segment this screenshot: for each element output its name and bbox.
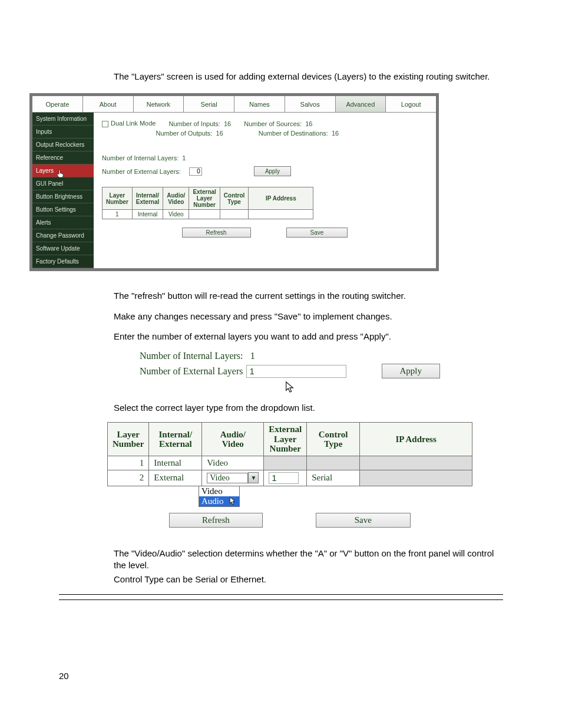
col-internal-external: Internal/ External: [132, 187, 163, 210]
col-ip-address: IP Address: [249, 187, 313, 210]
t2-r2-audio-video: Video ▼: [202, 470, 264, 486]
paragraph-control-type: Control Type can be Serial or Ethernet.: [114, 574, 503, 585]
tab-advanced[interactable]: Advanced: [336, 96, 386, 113]
paragraph-refresh: The "refresh" button will re-read the cu…: [114, 290, 503, 302]
t2-r1-control-type: [307, 456, 360, 470]
table-row: 2 External Video ▼ Serial: [108, 470, 472, 486]
content-area: Dual Link Mode Number of Inputs: 16 Numb…: [94, 113, 436, 268]
cell-external-layer-number: [189, 210, 220, 219]
cell-internal-external: Internal: [132, 210, 163, 219]
dual-link-mode-label: Dual Link Mode: [111, 120, 156, 127]
dropdown-option-audio[interactable]: Audio: [199, 496, 239, 506]
num-internal-layers-value: 1: [182, 154, 186, 162]
cu1-external-label: Number of External Layers: [140, 366, 243, 377]
sidebar-item-software-update[interactable]: Software Update: [32, 242, 94, 255]
dual-link-mode-checkbox[interactable]: [102, 121, 108, 127]
num-inputs-label: Number of Inputs:: [168, 120, 220, 127]
chevron-down-icon[interactable]: ▼: [248, 472, 259, 483]
cu1-apply-button[interactable]: Apply: [382, 364, 441, 378]
cursor-arrow-icon: [285, 381, 295, 394]
num-external-layers-label: Number of External Layers:: [102, 168, 181, 175]
save-button[interactable]: Save: [286, 228, 348, 238]
cell-control-type: [220, 210, 249, 219]
num-internal-layers-label: Number of Internal Layers:: [102, 154, 178, 162]
audio-video-dropdown[interactable]: Video Audio: [199, 486, 240, 507]
tab-network[interactable]: Network: [134, 96, 184, 113]
audio-video-select[interactable]: Video: [207, 473, 248, 483]
t2-r1-internal-external: Internal: [149, 456, 202, 470]
layers-screen: Operate About Network Serial Names Salvo…: [29, 93, 439, 271]
num-external-layers-input[interactable]: [189, 167, 202, 176]
t2-col-ip-address: IP Address: [360, 423, 472, 456]
tab-logout[interactable]: Logout: [386, 96, 436, 113]
t2-r2-layer-number: 2: [108, 470, 149, 486]
tab-bar: Operate About Network Serial Names Salvo…: [32, 96, 436, 113]
t2-col-audio-video: Audio/ Video: [202, 423, 264, 456]
cell-layer-number: 1: [103, 210, 133, 219]
sidebar-item-change-password[interactable]: Change Password: [32, 229, 94, 242]
t2-col-layer-number: Layer Number: [108, 423, 149, 456]
table-row: 1 Internal Video: [108, 456, 472, 470]
paragraph-video-audio: The "Video/Audio" selection determins wh…: [114, 548, 503, 572]
num-inputs-value: 16: [224, 120, 231, 127]
tab-names[interactable]: Names: [234, 96, 285, 113]
num-outputs-value: 16: [216, 130, 223, 137]
paragraph-apply: Enter the number of external layers you …: [114, 331, 503, 342]
page-number: 20: [59, 671, 503, 681]
t2-r2-external-layer-number: [264, 470, 307, 486]
cu1-internal-label: Number of Internal Layers:: [140, 351, 243, 361]
t2-r2-ip-address: [360, 470, 472, 486]
col-layer-number: Layer Number: [103, 187, 133, 210]
t2-col-external-layer-number: External Layer Number: [264, 423, 307, 456]
cu1-internal-value: 1: [250, 351, 255, 361]
t2-r1-audio-video: Video: [202, 456, 264, 470]
sidebar-item-label: Layers: [36, 167, 54, 174]
num-sources-label: Number of Sources:: [244, 120, 302, 127]
col-control-type: Control Type: [220, 187, 249, 210]
t2-r1-external-layer-number: [264, 456, 307, 470]
sidebar-item-inputs[interactable]: Inputs: [32, 126, 94, 139]
paragraph-save: Make any changes necessary and press "Sa…: [114, 311, 503, 322]
tab-about[interactable]: About: [83, 96, 134, 113]
sidebar-item-factory-defaults[interactable]: Factory Defaults: [32, 255, 94, 268]
sidebar-item-button-brightness[interactable]: Button Brightness: [32, 190, 94, 203]
apply-button[interactable]: Apply: [254, 166, 291, 176]
intro-paragraph: The "Layers" screen is used for adding e…: [114, 71, 503, 83]
t2-refresh-button[interactable]: Refresh: [169, 513, 263, 528]
tab-serial[interactable]: Serial: [184, 96, 234, 113]
num-destinations-label: Number of Destinations:: [259, 130, 328, 137]
sidebar-item-alerts[interactable]: Alerts: [32, 216, 94, 229]
num-destinations-value: 16: [332, 130, 339, 137]
num-sources-value: 16: [305, 120, 312, 127]
cell-audio-video: Video: [163, 210, 189, 219]
paragraph-select-layer-type: Select the correct layer type from the d…: [114, 402, 503, 414]
tab-operate[interactable]: Operate: [32, 96, 83, 113]
sidebar-item-system-information[interactable]: System Information: [32, 113, 94, 126]
divider: [59, 594, 503, 595]
col-audio-video: Audio/ Video: [163, 187, 189, 210]
dropdown-option-audio-label: Audio: [201, 496, 224, 506]
dropdown-option-video[interactable]: Video: [199, 486, 239, 496]
layers-table: Layer Number Internal/ External Audio/ V…: [102, 187, 313, 219]
closeup-layer-table: Layer Number Internal/ External Audio/ V…: [107, 422, 472, 528]
sidebar-item-output-reclockers[interactable]: Output Reclockers: [32, 139, 94, 151]
refresh-button[interactable]: Refresh: [182, 228, 251, 238]
t2-r1-ip-address: [360, 456, 472, 470]
sidebar-item-layers[interactable]: Layers: [32, 164, 94, 177]
tab-salvos[interactable]: Salvos: [285, 96, 336, 113]
sidebar-item-gui-panel[interactable]: GUI Panel: [32, 177, 94, 190]
divider: [59, 599, 503, 600]
external-layer-number-input[interactable]: [269, 472, 298, 484]
table-row: 1 Internal Video: [103, 210, 313, 219]
t2-col-internal-external: Internal/ External: [149, 423, 202, 456]
sidebar-item-button-settings[interactable]: Button Settings: [32, 203, 94, 216]
num-outputs-label: Number of Outputs:: [156, 130, 212, 137]
cu1-external-input[interactable]: [246, 365, 346, 378]
t2-col-control-type: Control Type: [307, 423, 360, 456]
col-external-layer-number: External Layer Number: [189, 187, 220, 210]
t2-r2-internal-external: External: [149, 470, 202, 486]
closeup-external-layers: Number of Internal Layers: 1 Number of E…: [140, 351, 440, 394]
t2-save-button[interactable]: Save: [316, 513, 411, 528]
t2-r1-layer-number: 1: [108, 456, 149, 470]
sidebar-item-reference[interactable]: Reference: [32, 151, 94, 164]
